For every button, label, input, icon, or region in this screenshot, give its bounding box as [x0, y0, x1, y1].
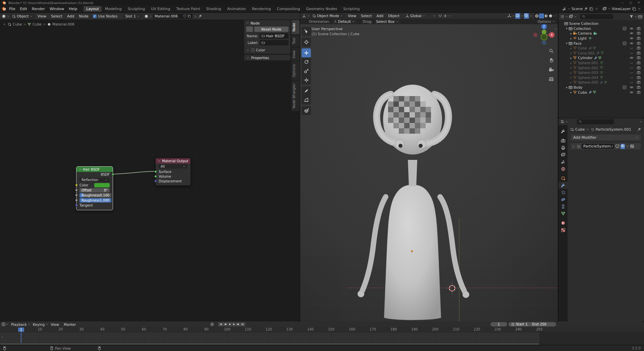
shader-type-dropdown[interactable]: Object	[10, 14, 35, 19]
camera-view-icon[interactable]	[549, 67, 554, 72]
scene-icon[interactable]	[562, 7, 567, 11]
shader-menu-view[interactable]: View	[35, 14, 49, 18]
offset-slider[interactable]: Offset 0°	[79, 188, 110, 192]
object-origin[interactable]	[411, 250, 413, 252]
mode-dropdown[interactable]: Object Mode	[311, 13, 345, 18]
tool-move-button[interactable]	[302, 48, 311, 57]
expand-icon[interactable]: ▸	[572, 145, 576, 147]
shader-menu-node[interactable]: Node	[76, 14, 91, 18]
disclosure-icon[interactable]: ▶	[569, 91, 573, 93]
current-frame-badge[interactable]: 1	[18, 327, 24, 332]
tool-rotate-button[interactable]	[302, 57, 311, 67]
camera-icon[interactable]	[637, 41, 641, 45]
workspace-tab-texture-paint[interactable]: Texture Paint	[174, 6, 203, 12]
chevron-down-icon[interactable]	[639, 120, 642, 123]
current-frame-field[interactable]: 1	[490, 322, 507, 326]
modifier-panel-header[interactable]: ▸	[570, 143, 641, 150]
disclosure-icon[interactable]: ▶	[569, 72, 573, 74]
scrollbar-thumb[interactable]	[0, 343, 539, 345]
copy-icon[interactable]	[632, 7, 636, 11]
minimize-button[interactable]: —	[621, 1, 624, 4]
material-browse-icon[interactable]	[144, 14, 149, 18]
display-mode-icon[interactable]	[560, 14, 565, 19]
filter-objects-icon[interactable]	[569, 14, 573, 19]
next-keyframe-icon[interactable]	[236, 322, 240, 326]
surface-input-socket[interactable]	[154, 170, 157, 173]
camera-icon[interactable]	[637, 36, 641, 40]
viewport-menu-object[interactable]: Object	[386, 14, 402, 18]
pin-icon[interactable]	[584, 7, 588, 11]
orientation-axis-icon[interactable]	[405, 14, 410, 18]
eye-icon[interactable]	[630, 31, 634, 35]
toggle-ortho-icon[interactable]	[549, 77, 554, 82]
outliner-search-input[interactable]	[586, 14, 611, 19]
node-canvas[interactable]: ▸ Cube> Cube> Material.006 Hair BSDF BSD…	[0, 19, 300, 321]
tangent-input-socket[interactable]	[75, 204, 78, 207]
sidebar-tab-tool[interactable]: Tool	[291, 35, 300, 47]
properties-panel-header[interactable]: ▸ Properties	[244, 55, 290, 60]
display-viewport-icon[interactable]	[615, 144, 620, 148]
panel-grip-icon[interactable]	[635, 144, 640, 148]
play-reverse-icon[interactable]	[228, 322, 231, 326]
material-slot-dropdown[interactable]: Slot 1	[123, 14, 142, 19]
material-output-node-header[interactable]: Material Output	[156, 158, 191, 164]
show-gizmo-icon[interactable]	[507, 14, 512, 18]
disclosure-icon[interactable]: ▼	[565, 86, 569, 89]
properties-tab-view-layer[interactable]	[558, 151, 568, 158]
viewport-menu-select[interactable]: Select	[359, 14, 374, 18]
eye-closed-icon[interactable]	[630, 71, 634, 75]
workspace-tab-compositing[interactable]: Compositing	[274, 6, 303, 12]
workspace-tab-sculpting[interactable]: Sculpting	[125, 6, 148, 12]
chevron-down-icon[interactable]	[521, 14, 524, 17]
properties-search-input[interactable]	[583, 120, 612, 124]
previous-keyframe-icon[interactable]	[223, 322, 227, 326]
disclosure-icon[interactable]: ▶	[569, 67, 573, 69]
modifier-name-input[interactable]	[583, 144, 612, 148]
shader-menu-select[interactable]: Select	[49, 14, 65, 18]
transform-orientation-dropdown[interactable]: Global	[410, 14, 422, 18]
chevron-down-icon[interactable]	[6, 323, 9, 326]
outliner-row-camera[interactable]: ▶Camera	[558, 31, 644, 36]
properties-tab-object[interactable]	[558, 175, 568, 182]
scene-selector[interactable]: Scene	[572, 7, 583, 11]
disclosure-icon[interactable]: ▶	[569, 81, 573, 84]
hair-component-dropdown[interactable]: Reflection	[79, 178, 110, 182]
color-swatch[interactable]	[94, 183, 110, 187]
workspace-tab-animation[interactable]: Animation	[224, 6, 249, 12]
sidebar-tab-node-wrangler[interactable]: Node Wrangler	[291, 81, 300, 111]
bsdf-output-socket[interactable]	[112, 173, 114, 176]
camera-icon[interactable]	[637, 56, 641, 60]
record-icon[interactable]	[210, 322, 214, 326]
viewport-menu-view[interactable]: View	[345, 14, 359, 18]
eye-icon[interactable]	[630, 27, 634, 31]
viewlayer-selector[interactable]: ViewLayer	[612, 7, 631, 11]
eye-icon[interactable]	[630, 36, 634, 40]
disclosure-icon[interactable]: ▶	[569, 57, 573, 59]
viewlayer-icon[interactable]	[602, 7, 607, 11]
output-target-dropdown[interactable]: All	[159, 164, 187, 169]
unlink-material-icon[interactable]: ×	[193, 14, 197, 18]
workspace-tab-modeling[interactable]: Modeling	[102, 6, 124, 12]
properties-tab-particles[interactable]	[558, 189, 568, 196]
outliner-row-light[interactable]: ▶Light	[558, 36, 644, 41]
copy-icon[interactable]	[589, 7, 593, 11]
jump-to-end-icon[interactable]	[241, 322, 245, 326]
timeline-menu-playback[interactable]: Playback	[9, 322, 29, 326]
node-label-field[interactable]	[260, 40, 288, 45]
panel-grip-icon[interactable]	[284, 21, 288, 25]
xray-toggle[interactable]	[524, 13, 529, 19]
timeline-menu-keying[interactable]: Keying	[31, 322, 47, 326]
outliner-row-sphere-002[interactable]: ▶Sphere.002	[558, 65, 644, 70]
outliner-row-cone[interactable]: ▶Cone	[558, 46, 644, 51]
eye-closed-icon[interactable]	[630, 80, 634, 84]
timeline-menu-marker[interactable]: Marker	[61, 322, 78, 326]
menu-render[interactable]: Render	[30, 7, 47, 11]
show-overlays-toggle[interactable]	[515, 13, 520, 19]
tool-select-box-button[interactable]	[302, 27, 311, 36]
outliner-row-sphere-003[interactable]: ▶Sphere.003	[558, 70, 644, 75]
tool-annotate-button[interactable]	[302, 86, 311, 95]
viewport-menu-add[interactable]: Add	[374, 14, 385, 18]
offset-input-socket[interactable]	[75, 189, 78, 191]
roughness-v-socket[interactable]	[75, 199, 78, 202]
timeline-editor-type-icon[interactable]	[1, 322, 6, 326]
